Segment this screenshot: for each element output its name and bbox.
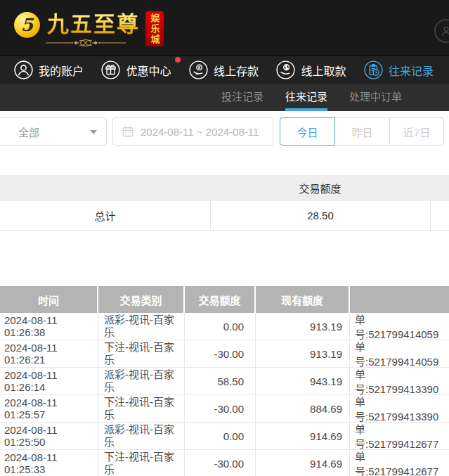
table-cell: 943.19 [256, 368, 350, 394]
table-cell: 下注-视讯-百家乐 [98, 395, 185, 422]
summary-header-amount: 交易额度 [210, 175, 430, 201]
table-row: 2024-08-11 01:25:57下注-视讯-百家乐-30.00884.69… [0, 395, 449, 423]
transactions-table: 时间 交易类别 交易额度 现有额度 2024-08-11 01:26:38派彩-… [0, 286, 449, 476]
summary-empty-cell [430, 201, 449, 231]
table-cell: 58.50 [185, 368, 256, 394]
calendar-icon [122, 125, 134, 138]
table-cell: 单号:521799413390 [350, 395, 449, 422]
table-cell: 2024-08-11 01:25:33 [0, 450, 98, 476]
summary-header-cell [0, 175, 210, 201]
summary-header-row: 交易额度 [0, 175, 449, 201]
nav-label: 我的账户 [39, 62, 84, 79]
filter-bar: 全部 2024-08-11 ~ 2024-08-11 今日 昨日 近7日 [0, 117, 449, 146]
gift-icon [101, 60, 120, 79]
table-row: 2024-08-11 01:26:14派彩-视讯-百家乐58.50943.19单… [0, 368, 449, 395]
category-select[interactable]: 全部 [0, 117, 107, 146]
user-icon [14, 60, 33, 79]
table-cell: 913.19 [256, 340, 350, 367]
nav-item-deposit[interactable]: 线上存款 [189, 60, 259, 79]
table-row: 2024-08-11 01:25:50派彩-视讯-百家乐0.00914.69单号… [0, 423, 449, 450]
table-row: 2024-08-11 01:25:33下注-视讯-百家乐-30.00914.69… [0, 450, 449, 476]
nav-label: 线上取款 [301, 62, 346, 79]
table-row: 2024-08-11 01:26:21下注-视讯-百家乐-30.00913.19… [0, 340, 449, 368]
table-cell: 0.00 [185, 313, 256, 340]
nav-label: 优惠中心 [126, 62, 171, 79]
table-cell: 914.69 [256, 450, 350, 476]
brand-header: 5 九五至尊 娱乐城 [0, 0, 449, 56]
record-tabs: 投注记录 往来记录 处理中订单 [0, 84, 449, 111]
date-range-value: 2024-08-11 ~ 2024-08-11 [141, 126, 259, 138]
page: 5 九五至尊 娱乐城 [0, 0, 449, 476]
col-header-time: 时间 [0, 286, 98, 313]
table-cell: 单号:521799413390 [350, 368, 449, 394]
date-range-input[interactable]: 2024-08-11 ~ 2024-08-11 [112, 117, 273, 146]
table-cell: 2024-08-11 01:26:21 [0, 340, 98, 367]
deposit-coin-hand-icon [189, 60, 208, 79]
table-cell: 2024-08-11 01:26:14 [0, 368, 98, 394]
logo-title: 九五至尊 [47, 10, 140, 39]
table-cell: 0.00 [185, 423, 256, 449]
summary-total-row: 总计 28.50 [0, 201, 449, 231]
table-cell: 单号:521799412677 [350, 450, 449, 476]
records-clipboard-clock-icon [364, 60, 383, 79]
table-cell: 2024-08-11 01:26:38 [0, 313, 98, 340]
table-cell: -30.00 [185, 395, 256, 422]
notification-dot [175, 57, 181, 63]
table-row: 2024-08-11 01:26:38派彩-视讯-百家乐0.00913.19单号… [0, 313, 449, 340]
col-header-balance: 现有额度 [256, 286, 350, 313]
tab-pending-orders[interactable]: 处理中订单 [349, 84, 402, 111]
col-header-order [350, 286, 449, 313]
table-header-row: 时间 交易类别 交易额度 现有额度 [0, 286, 449, 313]
withdraw-coin-hand-icon [276, 60, 295, 79]
logo-circle-icon: 5 [14, 12, 40, 38]
nav-item-records[interactable]: 往来记录 [364, 60, 434, 79]
table-cell: 单号:521799414059 [350, 313, 449, 340]
summary-header-cell [430, 175, 449, 201]
chevron-down-icon [90, 130, 97, 134]
table-cell: 单号:521799414059 [350, 340, 449, 367]
quick-range-group: 今日 昨日 近7日 [280, 117, 444, 146]
nav-label: 线上存款 [214, 62, 259, 79]
col-header-type: 交易类别 [98, 286, 185, 313]
table-cell: 2024-08-11 01:25:50 [0, 423, 98, 449]
table-cell: 单号:521799412677 [350, 423, 449, 449]
col-header-amount: 交易额度 [185, 286, 256, 313]
table-cell: 派彩-视讯-百家乐 [98, 368, 185, 394]
nav-item-withdraw[interactable]: 线上取款 [276, 60, 346, 79]
table-cell: 下注-视讯-百家乐 [98, 340, 185, 367]
table-cell: 884.69 [256, 395, 350, 422]
table-cell: -30.00 [185, 450, 256, 476]
range-button-today[interactable]: 今日 [280, 117, 335, 146]
flourish-ornament-icon [44, 39, 127, 47]
table-cell: -30.00 [185, 340, 256, 367]
summary-table: 交易额度 总计 28.50 [0, 175, 449, 231]
summary-total-label: 总计 [0, 201, 210, 231]
category-select-value: 全部 [18, 124, 39, 139]
table-cell: 派彩-视讯-百家乐 [98, 423, 185, 449]
table-cell: 913.19 [256, 313, 350, 340]
range-button-last7days[interactable]: 近7日 [389, 117, 444, 146]
logo-badge: 娱乐城 [145, 11, 164, 46]
tab-transaction-records[interactable]: 往来记录 [285, 84, 327, 111]
tab-bet-records[interactable]: 投注记录 [221, 84, 263, 111]
table-cell: 派彩-视讯-百家乐 [98, 313, 185, 340]
table-cell: 914.69 [256, 423, 350, 449]
nav-item-my-account[interactable]: 我的账户 [14, 60, 84, 79]
table-body: 2024-08-11 01:26:38派彩-视讯-百家乐0.00913.19单号… [0, 313, 449, 476]
service-avatar-icon[interactable] [434, 19, 449, 43]
main-nav: 我的账户 优惠中心 线上存款 [0, 56, 449, 84]
summary-total-value: 28.50 [210, 201, 430, 231]
nav-item-promotions[interactable]: 优惠中心 [101, 60, 171, 79]
nav-label: 往来记录 [389, 62, 434, 79]
table-cell: 2024-08-11 01:25:57 [0, 395, 98, 422]
table-cell: 下注-视讯-百家乐 [98, 450, 185, 476]
range-button-yesterday[interactable]: 昨日 [334, 117, 390, 146]
